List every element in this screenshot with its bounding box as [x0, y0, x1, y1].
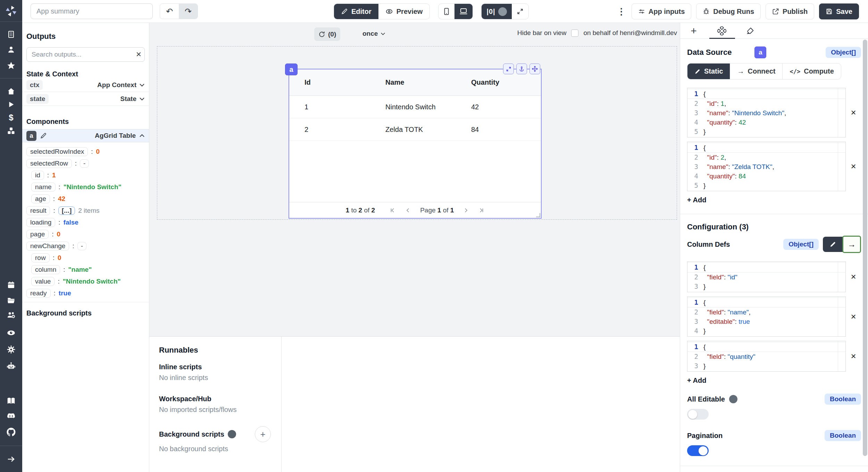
- tab-connect[interactable]: → Connect: [730, 64, 783, 79]
- next-page-icon[interactable]: [463, 207, 469, 213]
- windmill-logo[interactable]: [4, 4, 18, 18]
- tab-static[interactable]: Static: [687, 64, 730, 79]
- search-outputs-input[interactable]: [26, 47, 145, 62]
- app-canvas[interactable]: (0) once Hide bar on view on behalf of h…: [149, 23, 680, 336]
- aggrid-table-component[interactable]: a Id Name Quantity 1Nintendo Switch422Ze…: [289, 69, 542, 219]
- anchor-component-button[interactable]: [516, 64, 527, 74]
- tab-compute[interactable]: </> Compute: [783, 64, 841, 79]
- desktop-view-button[interactable]: [454, 4, 473, 19]
- variables-icon[interactable]: $: [6, 112, 16, 123]
- output-item-row[interactable]: row:0: [26, 252, 145, 264]
- remove-item-button[interactable]: ×: [846, 161, 861, 172]
- code-editor[interactable]: 1{2 "field": "name",3 "editable": true4}: [687, 296, 846, 337]
- table-cell[interactable]: Nintendo Switch: [385, 103, 471, 111]
- panel-scrollbar[interactable]: [863, 40, 867, 456]
- output-item-loading[interactable]: loading:false: [26, 217, 145, 228]
- folders-icon[interactable]: [6, 295, 16, 305]
- tab-component-settings[interactable]: [716, 26, 728, 36]
- context-row-ctx[interactable]: ctx App Context: [22, 78, 149, 92]
- settings-gear-icon[interactable]: [6, 344, 16, 355]
- all-editable-toggle[interactable]: [687, 409, 709, 420]
- table-cell[interactable]: 2: [304, 126, 385, 134]
- resize-handle[interactable]: [536, 213, 540, 217]
- output-item-ready[interactable]: ready:true: [26, 287, 145, 299]
- runs-icon[interactable]: [6, 99, 16, 110]
- connect-mode-button[interactable]: →: [842, 236, 861, 253]
- add-column-def-button[interactable]: + Add: [687, 377, 706, 385]
- workspace-icon[interactable]: [6, 29, 16, 40]
- editor-mode-button[interactable]: Editor: [334, 4, 378, 19]
- output-item-id[interactable]: id:1: [26, 169, 145, 181]
- remove-item-button[interactable]: ×: [846, 351, 861, 362]
- ai-robot-icon[interactable]: [6, 361, 16, 371]
- redo-button[interactable]: ↷: [179, 4, 198, 19]
- refresh-button[interactable]: (0): [314, 27, 340, 41]
- docs-book-icon[interactable]: [6, 396, 16, 406]
- app-inputs-button[interactable]: App inputs: [632, 3, 691, 19]
- add-data-source-item-button[interactable]: + Add: [687, 196, 706, 204]
- outputs-counter-button[interactable]: |0|: [482, 4, 511, 19]
- prev-page-icon[interactable]: [405, 207, 411, 213]
- home-icon[interactable]: [6, 86, 16, 96]
- expand-component-button[interactable]: [503, 64, 514, 74]
- output-item-newChange[interactable]: newChange:-: [26, 240, 145, 252]
- groups-icon[interactable]: [6, 310, 16, 320]
- output-item-column[interactable]: column:"name": [26, 264, 145, 276]
- code-editor[interactable]: 1{2 "field": "id"3}: [687, 261, 846, 292]
- schedules-icon[interactable]: [6, 280, 16, 290]
- debug-runs-button[interactable]: Debug Runs: [696, 3, 761, 19]
- output-item-age[interactable]: age:42: [26, 193, 145, 205]
- table-cell[interactable]: 42: [471, 103, 541, 111]
- github-icon[interactable]: [6, 427, 16, 437]
- more-menu-button[interactable]: ⋮: [616, 6, 627, 17]
- output-item-value[interactable]: value:"Nintendo Switch": [26, 276, 145, 287]
- component-header-aggrid[interactable]: a AgGrid Table: [22, 129, 149, 142]
- context-row-state[interactable]: state State: [22, 92, 149, 106]
- move-component-button[interactable]: [529, 64, 540, 74]
- remove-item-button[interactable]: ×: [846, 311, 861, 322]
- column-header[interactable]: Quantity: [471, 78, 541, 86]
- audit-eye-icon[interactable]: [6, 328, 16, 338]
- table-cell[interactable]: Zelda TOTK: [385, 126, 471, 134]
- edit-pencil-icon[interactable]: [40, 132, 47, 139]
- publish-button[interactable]: Publish: [766, 3, 814, 19]
- table-row[interactable]: 1Nintendo Switch42: [289, 96, 541, 118]
- add-background-script-button[interactable]: +: [255, 426, 271, 442]
- clear-search-button[interactable]: ×: [136, 49, 141, 60]
- last-page-icon[interactable]: [478, 207, 484, 213]
- frequency-dropdown[interactable]: once: [362, 30, 385, 37]
- remove-item-button[interactable]: ×: [846, 271, 861, 282]
- output-item-selectedRowIndex[interactable]: selectedRowIndex:0: [26, 146, 145, 158]
- column-header[interactable]: Name: [385, 78, 471, 86]
- column-header[interactable]: Id: [304, 78, 385, 86]
- table-row[interactable]: 2Zelda TOTK84: [289, 118, 541, 141]
- preview-mode-button[interactable]: Preview: [378, 4, 430, 19]
- tab-insert-component[interactable]: +: [688, 26, 700, 36]
- undo-button[interactable]: ↶: [160, 4, 179, 19]
- favorites-icon[interactable]: [6, 60, 16, 71]
- tab-styling[interactable]: [744, 26, 756, 36]
- table-cell[interactable]: 1: [304, 103, 385, 111]
- remove-item-button[interactable]: ×: [846, 107, 861, 118]
- code-editor[interactable]: 1{2 "field": "quantity"3}: [687, 341, 846, 372]
- output-item-name[interactable]: name:"Nintendo Switch": [26, 181, 145, 193]
- resources-icon[interactable]: [6, 126, 16, 136]
- mobile-view-button[interactable]: [439, 4, 454, 19]
- pagination-toggle[interactable]: [687, 445, 709, 456]
- output-item-selectedRow[interactable]: selectedRow:-: [26, 158, 145, 169]
- output-item-result[interactable]: result:[...]2 items: [26, 205, 145, 217]
- hide-bar-checkbox[interactable]: [571, 30, 578, 37]
- discord-icon[interactable]: [6, 411, 16, 421]
- collapse-arrow-icon[interactable]: [6, 454, 16, 464]
- code-editor[interactable]: 1{2 "id": 2,3 "name": "Zelda TOTK",4 "qu…: [687, 142, 846, 191]
- chevron-up-icon[interactable]: [139, 134, 145, 137]
- table-cell[interactable]: 84: [471, 126, 541, 134]
- first-page-icon[interactable]: [390, 207, 396, 213]
- user-icon[interactable]: [6, 44, 16, 55]
- edit-mode-button[interactable]: [823, 237, 843, 252]
- output-item-page[interactable]: page:0: [26, 228, 145, 240]
- save-button[interactable]: Save: [819, 3, 859, 19]
- app-summary-input[interactable]: [31, 3, 153, 19]
- fullscreen-button[interactable]: [512, 4, 528, 19]
- code-editor[interactable]: 1{2 "id": 1,3 "name": "Nintendo Switch",…: [687, 88, 846, 137]
